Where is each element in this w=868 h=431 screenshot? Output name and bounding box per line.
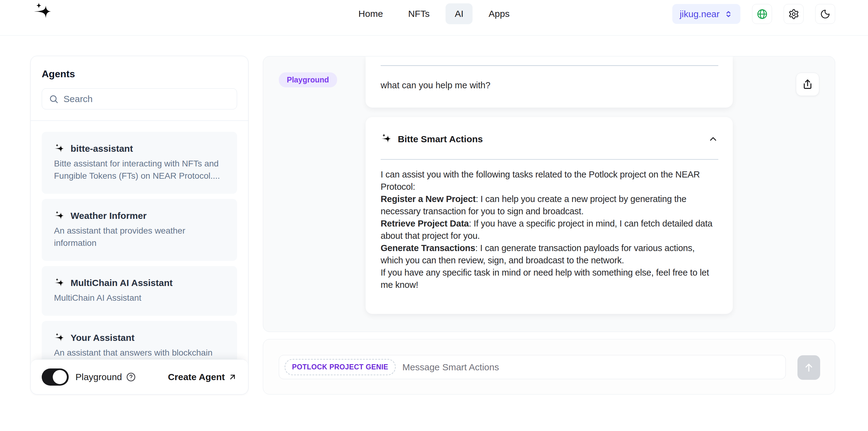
assistant-paragraph: Retrieve Project Data: If you have a spe… (381, 217, 718, 242)
arrow-up-right-icon (228, 372, 237, 382)
create-agent-button[interactable]: Create Agent (168, 372, 237, 382)
nav-apps[interactable]: Apps (479, 3, 519, 24)
playground-badge: Playground (279, 72, 337, 87)
agent-name: Your Assistant (70, 333, 134, 343)
agent-item-weather-informer[interactable]: Weather Informer An assistant that provi… (42, 199, 237, 261)
main-nav: Home NFTs AI Apps (349, 3, 519, 24)
chat-panel: Playground what can you help me with? Bi… (263, 56, 835, 332)
agent-description: Bitte assistant for interacting with NFT… (54, 158, 225, 182)
help-icon[interactable] (126, 372, 136, 382)
collapse-button[interactable] (708, 134, 718, 144)
user-message-text: what can you help me with? (381, 80, 718, 91)
agent-name: bitte-assistant (70, 143, 133, 154)
agent-description: MultiChain AI Assistant (54, 292, 225, 304)
agent-description: An assistant that provides weather infor… (54, 225, 225, 249)
message-divider (381, 65, 718, 66)
assistant-message-card: Bitte Smart Actions I can assist you wit… (366, 117, 733, 314)
nav-home[interactable]: Home (349, 3, 392, 24)
share-button[interactable] (796, 73, 819, 96)
assistant-message-text: I can assist you with the following task… (381, 168, 718, 291)
message-input[interactable] (402, 362, 780, 372)
agent-name: Weather Informer (70, 210, 147, 221)
sparkle-icon (54, 278, 65, 288)
search-input[interactable] (63, 94, 230, 104)
agent-search[interactable] (42, 88, 237, 109)
sparkle-icon (54, 333, 65, 343)
message-input-wrapper[interactable]: POTLOCK PROJECT GENIE (279, 355, 786, 379)
selector-chevrons-icon (724, 9, 733, 19)
sparkle-icon (381, 134, 392, 144)
playground-toggle[interactable] (42, 368, 69, 386)
agent-list: bitte-assistant Bitte assistant for inte… (31, 121, 248, 361)
nav-nfts[interactable]: NFTs (399, 3, 439, 24)
agents-sidebar: Agents bitte-assistant Bitte assistant f… (30, 56, 248, 395)
assistant-paragraph: If you have any specific task in mind or… (381, 266, 718, 291)
user-message-card: what can you help me with? (366, 57, 733, 108)
bitte-logo-icon[interactable] (33, 2, 53, 22)
assistant-paragraph: I can assist you with the following task… (381, 168, 718, 193)
dark-mode-button[interactable] (815, 4, 835, 24)
toggle-knob (53, 370, 67, 384)
header-actions: jikug.near (672, 4, 835, 24)
globe-icon (756, 8, 768, 20)
share-icon (801, 78, 814, 91)
sidebar-footer: Playground Create Agent (31, 359, 248, 394)
create-agent-label: Create Agent (168, 372, 225, 382)
active-agent-badge: POTLOCK PROJECT GENIE (285, 359, 396, 375)
assistant-paragraph: Register a New Project: I can help you c… (381, 193, 718, 217)
sparkle-icon (54, 144, 65, 154)
playground-toggle-label: Playground (75, 372, 122, 382)
search-icon (49, 94, 59, 104)
network-button[interactable] (752, 4, 772, 24)
assistant-paragraph: Generate Transactions: I can generate tr… (381, 242, 718, 266)
composer-bar: POTLOCK PROJECT GENIE (263, 339, 835, 395)
agent-item-bitte-assistant[interactable]: bitte-assistant Bitte assistant for inte… (42, 132, 237, 194)
assistant-divider (381, 159, 718, 160)
agent-name: MultiChain AI Assistant (70, 278, 173, 288)
moon-icon (820, 9, 831, 19)
settings-button[interactable] (784, 4, 804, 24)
agent-item-multichain-ai[interactable]: MultiChain AI Assistant MultiChain AI As… (42, 266, 237, 316)
sparkle-icon (54, 211, 65, 221)
assistant-title: Bitte Smart Actions (398, 134, 483, 144)
agent-item-your-assistant[interactable]: Your Assistant An assistant that answers… (42, 321, 237, 361)
agent-description: An assistant that answers with blockchai… (54, 347, 225, 359)
nav-ai[interactable]: AI (446, 3, 473, 24)
gear-icon (788, 8, 799, 20)
sidebar-title: Agents (42, 68, 237, 80)
account-selector[interactable]: jikug.near (672, 4, 740, 24)
send-button[interactable] (798, 355, 820, 380)
account-name: jikug.near (680, 9, 719, 19)
send-arrow-icon (803, 361, 815, 374)
top-nav-bar: Home NFTs AI Apps jikug.near (0, 0, 868, 36)
